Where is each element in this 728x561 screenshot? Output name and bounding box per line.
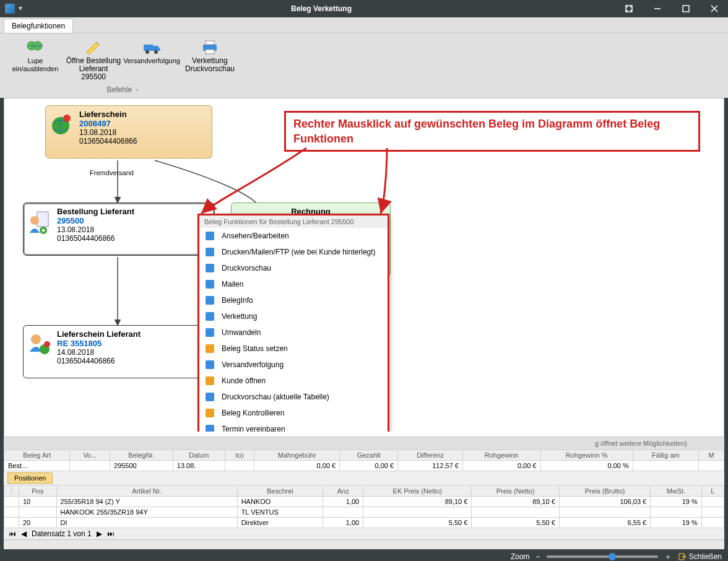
open-order-button[interactable]: Öffne BestellungLieferant 295500 <box>66 36 121 84</box>
nav-next-icon[interactable]: ▶ <box>97 529 102 538</box>
horizontal-scrollbar[interactable] <box>4 539 724 549</box>
col-header[interactable]: Preis (Netto) <box>472 485 560 497</box>
ctx-item-7[interactable]: Beleg Status setzen <box>199 341 388 357</box>
cell[interactable]: Direktver <box>237 518 323 528</box>
cell[interactable] <box>363 507 472 518</box>
ribbon-group-launcher-icon[interactable]: ▫ <box>136 85 138 94</box>
cell[interactable]: 0,00 € <box>462 461 540 471</box>
cell[interactable] <box>472 507 560 518</box>
col-header[interactable]: Mahngebühr <box>254 450 340 461</box>
cell[interactable] <box>70 461 110 471</box>
lupe-button[interactable]: Lupe ein/ausblenden <box>7 36 63 84</box>
cell[interactable]: 13.08. <box>173 461 225 471</box>
cell[interactable]: 0,00 % <box>540 461 633 471</box>
tracking-button[interactable]: Versandverfolgung <box>124 36 180 84</box>
cell[interactable]: 5,50 € <box>472 518 560 528</box>
zoom-out-icon[interactable]: − <box>536 552 540 561</box>
cell[interactable]: HANKOOK 255/35ZR18 94Y <box>56 507 237 518</box>
zoom-slider[interactable] <box>547 555 658 558</box>
cell[interactable]: DI <box>56 518 237 528</box>
cell[interactable]: 106,03 € <box>559 497 650 507</box>
ctx-item-2[interactable]: Druckvorschau <box>199 260 388 276</box>
ctx-item-3[interactable]: Mailen <box>199 276 388 292</box>
cell[interactable]: 20 <box>19 518 57 528</box>
col-header[interactable]: Artikel Nr. <box>56 485 237 497</box>
chain-preview-button[interactable]: VerkettungDruckvorschau <box>182 36 238 84</box>
zoom-in-icon[interactable]: ＋ <box>664 552 672 562</box>
cell[interactable]: 89,10 € <box>472 497 560 507</box>
cell[interactable]: 112,57 € <box>398 461 463 471</box>
cell[interactable] <box>701 497 724 507</box>
maximize-button[interactable] <box>672 0 700 17</box>
col-header[interactable]: Beleg Art <box>4 450 70 461</box>
cell[interactable]: TL VENTUS <box>237 507 323 518</box>
node-bestellung-lieferant[interactable]: Bestellung Lieferant 295500 13.08.2018 0… <box>23 202 215 256</box>
nav-prev-icon[interactable]: ◀ <box>21 529 27 538</box>
ctx-item-9[interactable]: Kunde öffnen <box>199 373 388 389</box>
col-header[interactable]: Datum <box>173 450 225 461</box>
quick-dropdown-icon[interactable]: ▾ <box>19 4 22 14</box>
cell[interactable]: 1,00 <box>323 518 363 528</box>
cell[interactable]: 295500 <box>110 461 173 471</box>
col-header[interactable]: Rohgewinn <box>462 450 540 461</box>
ctx-item-0[interactable]: Ansehen/Bearbeiten <box>199 228 388 244</box>
nav-first-icon[interactable]: ⏮ <box>9 529 16 538</box>
cell[interactable] <box>225 461 254 471</box>
col-header[interactable]: M <box>699 450 724 461</box>
tab-belegfunktionen[interactable]: Belegfunktionen <box>4 19 73 33</box>
cell[interactable] <box>559 507 650 518</box>
cell[interactable]: 6,55 € <box>559 518 650 528</box>
fullscreen-button[interactable] <box>615 0 643 17</box>
cell[interactable] <box>701 507 724 518</box>
cell[interactable]: Best… <box>4 461 70 471</box>
cell[interactable]: HANKOO <box>237 497 323 507</box>
cell[interactable]: 19 % <box>651 518 701 528</box>
ctx-item-10[interactable]: Druckvorschau (aktuelle Tabelle) <box>199 389 388 405</box>
col-header[interactable]: Vo... <box>70 450 110 461</box>
minimize-button[interactable] <box>644 0 671 17</box>
col-header[interactable]: Rohgewinn % <box>540 450 633 461</box>
cell[interactable]: 89,10 € <box>363 497 472 507</box>
col-header[interactable]: MwSt. <box>651 485 701 497</box>
cell[interactable] <box>633 461 698 471</box>
col-header[interactable]: Preis (Brutto) <box>559 485 650 497</box>
diagram-canvas[interactable]: Fremdversand Lieferschein 2008497 13.08.… <box>4 98 724 437</box>
ctx-item-11[interactable]: Beleg Kontrollieren <box>199 405 388 421</box>
nav-last-icon[interactable]: ⏭ <box>107 529 115 538</box>
col-header[interactable]: Fällig am <box>633 450 698 461</box>
cell[interactable] <box>19 507 57 518</box>
col-header[interactable]: BelegNr. <box>110 450 173 461</box>
cell[interactable] <box>323 507 363 518</box>
col-header[interactable]: EK Preis (Netto) <box>363 485 472 497</box>
col-header[interactable]: Anz <box>323 485 363 497</box>
col-header[interactable]: Beschrei <box>237 485 323 497</box>
grid-positionen[interactable]: ⋮PosArtikel Nr.BeschreiAnzEK Preis (Nett… <box>4 485 724 528</box>
cell[interactable]: 19 % <box>651 497 701 507</box>
ctx-item-12[interactable]: Termin vereinbaren <box>199 421 388 432</box>
tab-positionen[interactable]: Positionen <box>7 472 53 484</box>
col-header[interactable]: L <box>701 485 724 497</box>
col-header[interactable]: Differenz <box>398 450 463 461</box>
ctx-item-1[interactable]: Drucken/Mailen/FTP (wie bei Kunde hinter… <box>199 244 388 260</box>
node-lieferschein[interactable]: Lieferschein 2008497 13.08.2018 01365044… <box>45 105 212 159</box>
cell[interactable]: 1,00 <box>323 497 363 507</box>
cell[interactable]: 0,00 € <box>254 461 340 471</box>
col-header[interactable]: Gezahlt <box>340 450 398 461</box>
cell[interactable]: 255/35R18 94 (Z) Y <box>56 497 237 507</box>
close-window-link[interactable]: Schließen <box>678 552 722 561</box>
ctx-item-5[interactable]: Verkettung <box>199 308 388 324</box>
ctx-item-6[interactable]: Umwandeln <box>199 324 388 341</box>
cell[interactable] <box>701 518 724 528</box>
cell[interactable]: 0,00 € <box>340 461 398 471</box>
cell[interactable] <box>651 507 701 518</box>
node-lieferschein-lieferant[interactable]: Lieferschein Lieferant RE 3551805 14.08.… <box>23 325 212 378</box>
cell[interactable]: 10 <box>19 497 57 507</box>
cell[interactable] <box>699 461 724 471</box>
grid-belege[interactable]: Beleg ArtVo...BelegNr.Datumto)Mahngebühr… <box>4 450 724 471</box>
col-header[interactable]: Pos <box>19 485 57 497</box>
ctx-item-4[interactable]: BelegInfo <box>199 292 388 308</box>
cell[interactable]: 5,50 € <box>363 518 472 528</box>
col-header[interactable]: to) <box>225 450 254 461</box>
ctx-item-8[interactable]: Versandverfolgung <box>199 357 388 373</box>
close-button[interactable] <box>701 0 728 17</box>
